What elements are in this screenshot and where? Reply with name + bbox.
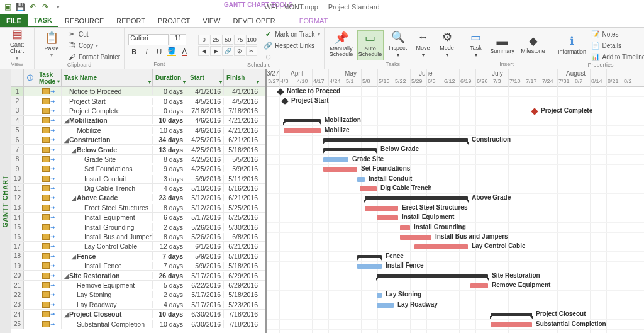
task-name-cell[interactable]: ◢Fence [62, 252, 153, 260]
start-cell[interactable]: 5/9/2016 [187, 262, 224, 269]
duration-cell[interactable]: 4 days [153, 301, 187, 308]
milestone-button[interactable]: ◆Milestone [519, 30, 548, 60]
inactivate-button[interactable]: ⊝ [264, 52, 319, 62]
task-mode-cell[interactable]: ➜ [36, 184, 62, 193]
table-row[interactable]: 10➜Install Conduit3 days5/9/20165/11/201… [11, 174, 265, 184]
finish-cell[interactable]: 5/18/2016 [224, 262, 260, 269]
pct-25-button[interactable]: 25 [210, 35, 221, 45]
task-name-cell[interactable]: Dig Cable Trench [62, 184, 153, 192]
table-row[interactable]: 17➜Lay Control Cable12 days6/1/20166/21/… [11, 242, 265, 251]
duration-cell[interactable]: 2 days [153, 291, 187, 298]
start-cell[interactable]: 5/17/2016 [187, 291, 224, 298]
notes-button[interactable]: 📝Notes [591, 29, 645, 39]
duration-cell[interactable]: 10 days [153, 127, 187, 134]
finish-cell[interactable]: 6/29/2016 [224, 281, 260, 289]
task-mode-cell[interactable]: ➜ [36, 96, 62, 105]
link-button[interactable]: 🔗 [222, 46, 233, 56]
task-name-cell[interactable]: Remove Equipment [62, 281, 153, 289]
start-cell[interactable]: 4/1/2016 [187, 87, 224, 95]
task-name-cell[interactable]: ◢Site Restoration [62, 272, 153, 279]
task-name-cell[interactable]: Project Start [62, 98, 153, 105]
task-bar[interactable] [414, 244, 468, 249]
start-cell[interactable]: 4/25/2016 [187, 136, 224, 144]
start-cell[interactable]: 5/26/2016 [187, 223, 224, 231]
start-cell[interactable]: 4/25/2016 [187, 165, 224, 172]
task-bar[interactable] [377, 215, 398, 220]
task-name-cell[interactable]: Install Bus and Jumpers [62, 233, 153, 240]
undo-icon[interactable]: ↶ [28, 2, 38, 12]
table-row[interactable]: 4➜◢Mobilization10 days4/6/20164/21/2016 [11, 116, 265, 125]
respect-links-button[interactable]: 🔗Respect Links [264, 40, 319, 50]
task-mode-cell[interactable]: ➜ [36, 164, 62, 173]
gantt-chart[interactable]: 3/27AprilMayJuneJulyAugust3/274/34/104/1… [267, 69, 644, 333]
task-mode-cell[interactable]: ➜ [36, 87, 62, 96]
manual-schedule-button[interactable]: 📌Manually Schedule [328, 30, 355, 60]
col-task-name[interactable]: Task Name▾ [62, 69, 153, 86]
row-number[interactable]: 23 [11, 300, 24, 309]
row-number[interactable]: 20 [11, 271, 24, 279]
task-name-cell[interactable]: Install Conduit [62, 175, 153, 183]
table-row[interactable]: 21➜Remove Equipment5 days6/22/20166/29/2… [11, 281, 265, 290]
summary-bar[interactable] [323, 148, 377, 152]
row-number[interactable]: 8 [11, 155, 24, 164]
information-button[interactable]: ℹInformation [556, 30, 589, 60]
finish-cell[interactable]: 5/30/2016 [224, 223, 260, 231]
table-row[interactable]: 23➜Lay Roadway4 days5/17/20165/23/2016 [11, 300, 265, 310]
finish-cell[interactable]: 5/25/2016 [224, 204, 260, 212]
table-row[interactable]: 9➜Set Foundations9 days4/25/20165/9/2016 [11, 164, 265, 174]
finish-cell[interactable]: 4/21/2016 [224, 116, 260, 124]
table-row[interactable]: 8➜Grade Site8 days4/25/20165/5/2016 [11, 155, 265, 164]
finish-cell[interactable]: 6/21/2016 [224, 242, 260, 250]
table-row[interactable]: 5➜Mobilize10 days4/6/20164/21/2016 [11, 126, 265, 135]
start-cell[interactable]: 4/6/2016 [187, 116, 224, 124]
paste-button[interactable]: 📋Paste▾ [38, 30, 65, 60]
mode-button[interactable]: ⚙Mode▾ [436, 30, 458, 60]
row-number[interactable]: 7 [11, 145, 24, 154]
tab-view[interactable]: VIEW [196, 14, 226, 27]
row-number[interactable]: 6 [11, 135, 24, 144]
tab-project[interactable]: PROJECT [152, 14, 196, 27]
start-cell[interactable]: 5/9/2016 [187, 175, 224, 183]
summary-bar[interactable] [323, 138, 468, 142]
task-name-cell[interactable]: Lay Control Cable [62, 242, 153, 250]
duration-cell[interactable]: 7 days [153, 252, 187, 260]
start-cell[interactable]: 7/18/2016 [187, 107, 224, 115]
task-mode-cell[interactable]: ➜ [36, 252, 62, 261]
task-bar[interactable] [470, 283, 488, 288]
task-name-cell[interactable]: Install Grounding [62, 223, 153, 231]
table-row[interactable]: 20➜◢Site Restoration26 days5/17/20166/29… [11, 271, 265, 280]
table-row[interactable]: 6➜◢Construction34 days4/25/20166/21/2016 [11, 135, 265, 145]
start-cell[interactable]: 5/10/2016 [187, 184, 224, 192]
start-cell[interactable]: 6/30/2016 [187, 310, 224, 318]
table-row[interactable]: 16➜Install Bus and Jumpers8 days5/26/201… [11, 232, 265, 242]
duration-cell[interactable]: 8 days [153, 233, 187, 240]
format-painter-button[interactable]: 🖌Format Painter [67, 52, 120, 62]
details-button[interactable]: 📄Details [591, 40, 645, 50]
table-row[interactable]: 13➜Erect Steel Structures8 days5/12/2016… [11, 203, 265, 213]
font-name-select[interactable]: Calibri [128, 34, 169, 45]
add-timeline-button[interactable]: 📊Add to Timeline [591, 52, 645, 62]
bold-button[interactable]: B [128, 47, 140, 57]
pct-100-button[interactable]: 100 [246, 35, 257, 45]
task-mode-cell[interactable]: ➜ [36, 145, 62, 154]
inspect-button[interactable]: 🔍Inspect▾ [386, 30, 410, 60]
task-name-cell[interactable]: Erect Steel Structures [62, 204, 153, 212]
table-row[interactable]: 24➜◢Project Closeout10 days6/30/20167/18… [11, 310, 265, 319]
table-row[interactable]: 11➜Dig Cable Trench4 days5/10/20165/16/2… [11, 184, 265, 193]
task-mode-cell[interactable]: ➜ [36, 310, 62, 319]
task-name-cell[interactable]: ◢Above Grade [62, 194, 153, 201]
outdent-button[interactable]: ◀ [198, 46, 209, 56]
start-cell[interactable]: 4/25/2016 [187, 146, 224, 154]
task-mode-cell[interactable]: ➜ [36, 135, 62, 144]
qat-dropdown-icon[interactable]: ▾ [53, 2, 63, 12]
duration-cell[interactable]: 8 days [153, 155, 187, 163]
col-finish[interactable]: Finish▾ [224, 69, 260, 86]
move-button[interactable]: ↔Move▾ [413, 30, 434, 60]
tab-report[interactable]: REPORT [110, 14, 152, 27]
view-side-tab[interactable]: GANTT CHART [0, 69, 11, 333]
font-color-button[interactable]: A [179, 47, 190, 57]
duration-cell[interactable]: 34 days [153, 136, 187, 144]
finish-cell[interactable]: 5/11/2016 [224, 175, 260, 183]
task-mode-cell[interactable]: ➜ [36, 203, 62, 212]
font-size-select[interactable]: 11 [170, 34, 186, 45]
